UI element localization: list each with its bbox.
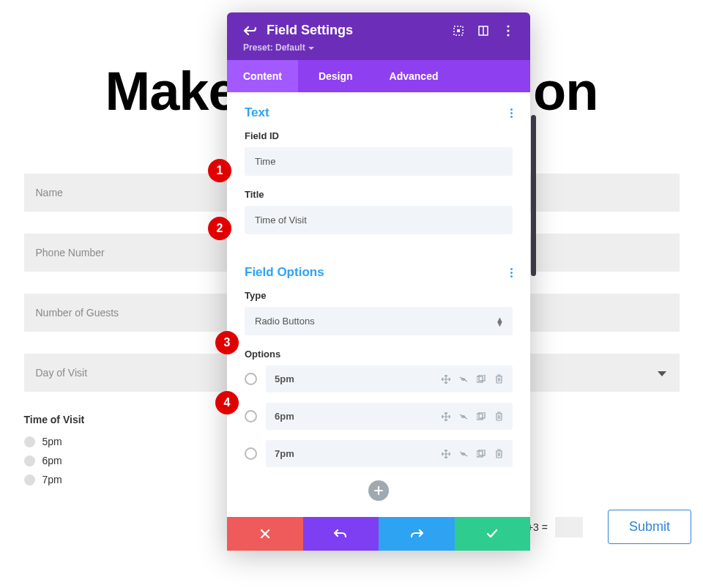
callout-badge-3: 3 xyxy=(215,331,239,354)
section-options-title[interactable]: Field Options xyxy=(245,265,324,280)
section-text-menu-icon[interactable] xyxy=(510,108,513,118)
copy-icon[interactable] xyxy=(476,449,486,459)
option-radio[interactable] xyxy=(245,373,257,385)
move-icon[interactable] xyxy=(441,449,451,459)
link-icon[interactable] xyxy=(458,374,469,384)
redo-button[interactable] xyxy=(379,517,455,551)
type-select[interactable]: Radio Buttons xyxy=(245,307,513,335)
svg-rect-11 xyxy=(477,451,483,457)
svg-rect-1 xyxy=(457,29,460,32)
option-row-7pm: 7pm xyxy=(245,440,513,467)
field-id-label: Field ID xyxy=(245,130,513,141)
tab-advanced[interactable]: Advanced xyxy=(373,60,455,92)
move-icon[interactable] xyxy=(441,374,451,384)
svg-rect-7 xyxy=(477,376,483,382)
select-caret-icon: ▲▼ xyxy=(496,317,504,326)
modal-tabs: Content Design Advanced xyxy=(227,60,530,92)
section-field-options: Field Options Type Radio Buttons ▲▼ Opti… xyxy=(227,252,530,517)
columns-icon[interactable] xyxy=(477,25,489,37)
tab-content[interactable]: Content xyxy=(227,60,298,92)
back-icon[interactable] xyxy=(243,25,256,37)
radio-label: 5pm xyxy=(42,436,62,447)
captcha-row: 12 +3 = Submit xyxy=(513,510,691,544)
copy-icon[interactable] xyxy=(476,412,486,422)
scrollbar[interactable] xyxy=(531,115,536,276)
modal-footer xyxy=(227,517,530,551)
field-id-input[interactable] xyxy=(245,147,513,176)
trash-icon[interactable] xyxy=(494,374,504,384)
option-radio[interactable] xyxy=(245,410,257,423)
field-settings-modal: Field Settings Preset: Default Content D… xyxy=(227,12,530,551)
callout-badge-4: 4 xyxy=(215,391,239,414)
svg-point-5 xyxy=(507,29,509,31)
kebab-menu-icon[interactable] xyxy=(502,25,514,37)
link-icon[interactable] xyxy=(458,412,469,422)
submit-button[interactable]: Submit xyxy=(608,510,691,544)
add-option-button[interactable] xyxy=(368,480,389,501)
radio-label: 7pm xyxy=(42,474,62,485)
trash-icon[interactable] xyxy=(494,412,504,422)
option-body[interactable]: 6pm xyxy=(266,403,513,430)
type-label: Type xyxy=(245,290,513,301)
modal-header: Field Settings Preset: Default xyxy=(227,12,530,60)
radio-icon xyxy=(24,455,35,466)
radio-icon xyxy=(24,436,35,447)
svg-rect-8 xyxy=(479,375,485,381)
callout-badge-2: 2 xyxy=(208,217,231,240)
svg-rect-12 xyxy=(479,450,485,455)
option-row-5pm: 5pm xyxy=(245,365,513,392)
captcha-input[interactable] xyxy=(555,517,583,537)
option-body[interactable]: 7pm xyxy=(266,440,513,467)
modal-body: Text Field ID Title Field Options Type R… xyxy=(227,92,530,517)
move-icon[interactable] xyxy=(441,412,451,422)
option-body[interactable]: 5pm xyxy=(266,365,513,392)
title-label: Title xyxy=(245,189,513,200)
link-icon[interactable] xyxy=(458,449,469,459)
tab-design[interactable]: Design xyxy=(298,60,373,92)
trash-icon[interactable] xyxy=(494,449,504,459)
option-row-6pm: 6pm xyxy=(245,403,513,430)
svg-point-4 xyxy=(507,25,509,27)
radio-icon xyxy=(24,475,35,485)
section-options-menu-icon[interactable] xyxy=(510,268,513,278)
callout-badge-1: 1 xyxy=(208,159,231,182)
expand-icon[interactable] xyxy=(453,25,464,37)
copy-icon[interactable] xyxy=(476,374,486,384)
title-input[interactable] xyxy=(245,206,513,234)
option-radio[interactable] xyxy=(245,447,257,460)
cancel-button[interactable] xyxy=(227,517,303,551)
section-text-title[interactable]: Text xyxy=(245,105,269,120)
save-button[interactable] xyxy=(455,517,531,551)
radio-label: 6pm xyxy=(42,455,62,466)
options-label: Options xyxy=(245,349,513,360)
svg-rect-10 xyxy=(479,412,485,418)
modal-title: Field Settings xyxy=(267,23,453,38)
option-list: 5pm 6pm xyxy=(245,365,513,467)
option-text: 6pm xyxy=(275,411,441,422)
preset-dropdown[interactable]: Preset: Default xyxy=(243,42,514,53)
option-text: 5pm xyxy=(275,373,441,384)
svg-rect-9 xyxy=(477,414,483,420)
option-text: 7pm xyxy=(275,448,441,459)
section-text: Text Field ID Title xyxy=(227,92,530,252)
svg-point-6 xyxy=(507,34,509,36)
undo-button[interactable] xyxy=(303,517,379,551)
